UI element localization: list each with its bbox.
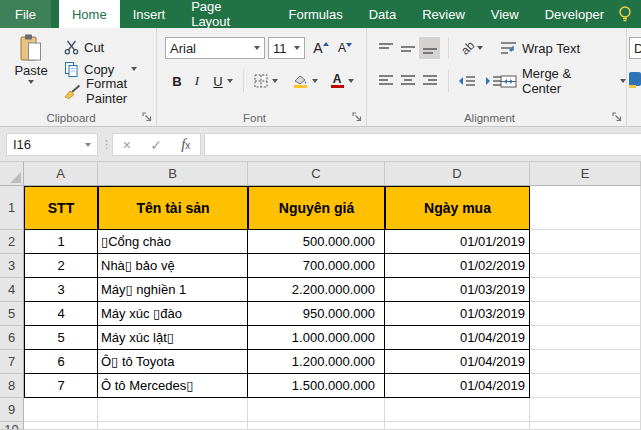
column-header-E[interactable]: E bbox=[530, 162, 641, 186]
cell-B10[interactable] bbox=[98, 422, 248, 430]
tab-developer[interactable]: Developer bbox=[532, 0, 617, 28]
column-header-C[interactable]: C bbox=[248, 162, 385, 186]
tab-view[interactable]: View bbox=[478, 0, 532, 28]
column-header-B[interactable]: B bbox=[98, 162, 248, 186]
cell-D4[interactable]: 01/03/2019 bbox=[385, 278, 530, 302]
font-color-button[interactable]: A bbox=[326, 70, 358, 92]
cell-A3[interactable]: 2 bbox=[24, 254, 98, 278]
cell-C7[interactable]: 1.200.000.000 bbox=[248, 350, 385, 374]
fill-color-button[interactable] bbox=[288, 70, 322, 92]
bottom-align-button[interactable] bbox=[419, 37, 440, 59]
enter-button[interactable]: ✓ bbox=[150, 137, 162, 153]
row-header-3[interactable]: 3 bbox=[0, 254, 24, 278]
cell-D2[interactable]: 01/01/2019 bbox=[385, 230, 530, 254]
cell-B5[interactable]: Máy xúc ▯đào bbox=[98, 302, 248, 326]
cut-button[interactable]: Cut bbox=[64, 36, 104, 58]
accounting-format-icon[interactable] bbox=[629, 72, 641, 86]
row-header-4[interactable]: 4 bbox=[0, 278, 24, 302]
underline-button[interactable]: U bbox=[208, 70, 238, 92]
cell-D9[interactable] bbox=[385, 398, 530, 422]
cell-D7[interactable]: 01/04/2019 bbox=[385, 350, 530, 374]
increase-font-size-button[interactable]: A bbox=[310, 37, 332, 59]
cell-A4[interactable]: 3 bbox=[24, 278, 98, 302]
row-header-7[interactable]: 7 bbox=[0, 350, 24, 374]
row-header-9[interactable]: 9 bbox=[0, 398, 24, 422]
font-name-combo[interactable]: Arial bbox=[165, 37, 265, 59]
cancel-button[interactable]: × bbox=[123, 137, 131, 153]
cell-C9[interactable] bbox=[248, 398, 385, 422]
column-header-D[interactable]: D bbox=[385, 162, 530, 186]
borders-button[interactable] bbox=[250, 70, 282, 92]
italic-button[interactable]: I bbox=[190, 70, 204, 92]
cell-C10[interactable] bbox=[248, 422, 385, 430]
cell-E6[interactable] bbox=[530, 326, 641, 350]
cell-A5[interactable]: 4 bbox=[24, 302, 98, 326]
tab-file[interactable]: File bbox=[0, 0, 51, 28]
cell-A9[interactable] bbox=[24, 398, 98, 422]
paste-dropdown-arrow[interactable] bbox=[28, 80, 34, 84]
row-header-8[interactable]: 8 bbox=[0, 374, 24, 398]
row-header-5[interactable]: 5 bbox=[0, 302, 24, 326]
column-header-A[interactable]: A bbox=[24, 162, 98, 186]
cell-A8[interactable]: 7 bbox=[24, 374, 98, 398]
cell-E9[interactable] bbox=[530, 398, 641, 422]
cell-C8[interactable]: 1.500.000.000 bbox=[248, 374, 385, 398]
insert-function-button[interactable]: fx bbox=[181, 136, 190, 153]
merge-center-button[interactable]: Merge & Center bbox=[500, 70, 626, 92]
cell-B2[interactable]: ▯Cổng chào bbox=[98, 230, 248, 254]
tell-me-button[interactable] bbox=[617, 0, 641, 28]
cell-E7[interactable] bbox=[530, 350, 641, 374]
top-align-button[interactable] bbox=[375, 37, 396, 59]
cell-C6[interactable]: 1.000.000.000 bbox=[248, 326, 385, 350]
cell-B8[interactable]: Ô tô Mercedes▯ bbox=[98, 374, 248, 398]
cell-B1[interactable]: Tên tài sản bbox=[98, 186, 248, 230]
row-header-6[interactable]: 6 bbox=[0, 326, 24, 350]
formula-input[interactable] bbox=[204, 133, 641, 156]
cell-B4[interactable]: Máy▯ nghiền 1 bbox=[98, 278, 248, 302]
cell-E2[interactable] bbox=[530, 230, 641, 254]
cell-D6[interactable]: 01/04/2019 bbox=[385, 326, 530, 350]
paste-button[interactable]: Paste bbox=[5, 33, 57, 109]
cell-A7[interactable]: 6 bbox=[24, 350, 98, 374]
tab-data[interactable]: Data bbox=[356, 0, 409, 28]
formula-bar-resize-handle[interactable]: ⋮ bbox=[101, 133, 112, 156]
cell-A10[interactable] bbox=[24, 422, 98, 430]
align-left-button[interactable] bbox=[375, 70, 396, 92]
cell-D3[interactable]: 01/02/2019 bbox=[385, 254, 530, 278]
cell-E3[interactable] bbox=[530, 254, 641, 278]
decrease-font-size-button[interactable]: A bbox=[334, 37, 356, 59]
cell-C1[interactable]: Nguyên giá bbox=[248, 186, 385, 230]
bold-button[interactable]: B bbox=[169, 70, 185, 92]
tab-insert[interactable]: Insert bbox=[120, 0, 179, 28]
cell-B6[interactable]: Máy xúc lật▯ bbox=[98, 326, 248, 350]
select-all-button[interactable] bbox=[0, 162, 24, 186]
name-box[interactable]: I16 bbox=[6, 133, 98, 156]
cell-B3[interactable]: Nhà▯ bảo vệ bbox=[98, 254, 248, 278]
copy-dropdown-arrow[interactable] bbox=[131, 67, 137, 71]
cell-E5[interactable] bbox=[530, 302, 641, 326]
cell-D5[interactable]: 01/03/2019 bbox=[385, 302, 530, 326]
cell-C5[interactable]: 950.000.000 bbox=[248, 302, 385, 326]
cell-A1[interactable]: STT bbox=[24, 186, 98, 230]
cell-B7[interactable]: Ô▯ tô Toyota bbox=[98, 350, 248, 374]
cell-B9[interactable] bbox=[98, 398, 248, 422]
decrease-indent-button[interactable] bbox=[455, 70, 479, 92]
number-format-combo[interactable]: D bbox=[629, 37, 641, 59]
clipboard-dialog-launcher[interactable] bbox=[142, 112, 152, 122]
cell-E4[interactable] bbox=[530, 278, 641, 302]
center-button[interactable] bbox=[397, 70, 418, 92]
cell-A6[interactable]: 5 bbox=[24, 326, 98, 350]
cell-D10[interactable] bbox=[385, 422, 530, 430]
cell-E1[interactable] bbox=[530, 186, 641, 230]
tab-review[interactable]: Review bbox=[409, 0, 478, 28]
row-header-1[interactable]: 1 bbox=[0, 186, 24, 230]
cell-A2[interactable]: 1 bbox=[24, 230, 98, 254]
wrap-text-button[interactable]: Wrap Text bbox=[500, 37, 580, 59]
middle-align-button[interactable] bbox=[397, 37, 418, 59]
align-right-button[interactable] bbox=[419, 70, 440, 92]
alignment-dialog-launcher[interactable] bbox=[612, 112, 622, 122]
cell-C3[interactable]: 700.000.000 bbox=[248, 254, 385, 278]
format-painter-button[interactable]: Format Painter bbox=[64, 80, 156, 102]
tab-formulas[interactable]: Formulas bbox=[276, 0, 356, 28]
row-header-2[interactable]: 2 bbox=[0, 230, 24, 254]
